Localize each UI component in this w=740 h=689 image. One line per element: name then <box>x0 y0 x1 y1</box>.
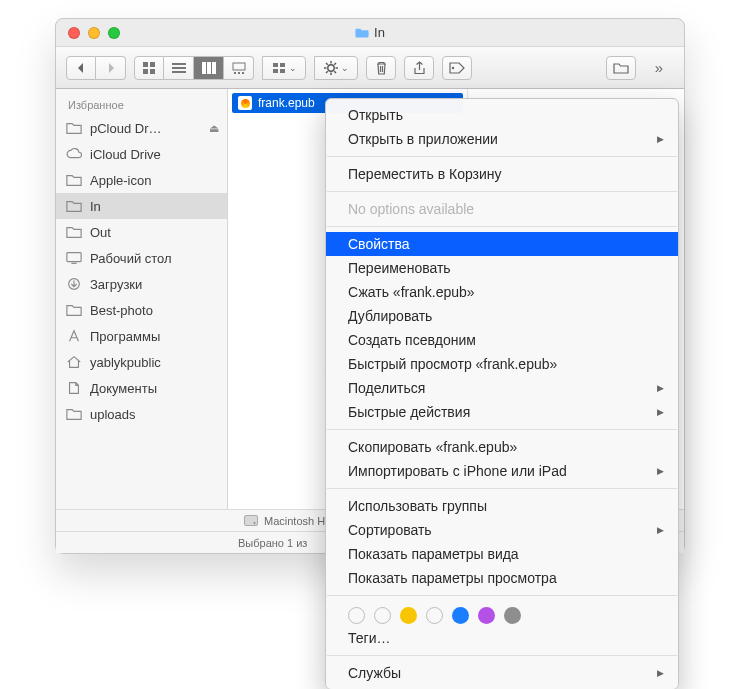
list-view-button[interactable] <box>164 56 194 80</box>
menu-item[interactable]: Сжать «frank.epub» <box>326 280 678 304</box>
menu-item[interactable]: Дублировать <box>326 304 678 328</box>
menu-separator <box>327 429 677 430</box>
menu-item[interactable]: Поделиться <box>326 376 678 400</box>
titlebar: In <box>56 19 684 47</box>
menu-separator <box>327 156 677 157</box>
forward-button[interactable] <box>96 56 126 80</box>
menu-item[interactable]: Свойства <box>326 232 678 256</box>
overflow-button[interactable]: » <box>644 56 674 80</box>
sidebar-item-label: Best-photo <box>90 303 153 318</box>
close-window-button[interactable] <box>68 27 80 39</box>
svg-rect-4 <box>172 63 186 65</box>
sidebar-item-label: In <box>90 199 101 214</box>
svg-point-27 <box>452 66 454 68</box>
sidebar-item-label: Загрузки <box>90 277 142 292</box>
sidebar-item-pcloud-dr-[interactable]: pCloud Dr…⏏ <box>56 115 227 141</box>
sidebar-item-out[interactable]: Out <box>56 219 227 245</box>
svg-rect-28 <box>67 253 81 262</box>
sidebar-item-uploads[interactable]: uploads <box>56 401 227 427</box>
tag-color-dot[interactable] <box>348 607 365 624</box>
minimize-window-button[interactable] <box>88 27 100 39</box>
svg-line-24 <box>334 71 336 73</box>
trash-button[interactable] <box>366 56 396 80</box>
menu-item[interactable]: Сортировать <box>326 518 678 542</box>
tag-color-dot[interactable] <box>504 607 521 624</box>
menu-separator <box>327 191 677 192</box>
share-button[interactable] <box>404 56 434 80</box>
tag-color-dot[interactable] <box>374 607 391 624</box>
menu-item[interactable]: Скопировать «frank.epub» <box>326 435 678 459</box>
zoom-window-button[interactable] <box>108 27 120 39</box>
sidebar-item-best-photo[interactable]: Best-photo <box>56 297 227 323</box>
sidebar-item-label: Программы <box>90 329 160 344</box>
svg-rect-14 <box>273 63 278 67</box>
back-button[interactable] <box>66 56 96 80</box>
menu-separator <box>327 226 677 227</box>
sidebar-item-yablykpublic[interactable]: yablykpublic <box>56 349 227 375</box>
svg-rect-17 <box>280 69 285 73</box>
menu-item[interactable]: Быстрые действия <box>326 400 678 424</box>
sidebar-item--[interactable]: Рабочий стол <box>56 245 227 271</box>
sidebar-item-label: uploads <box>90 407 136 422</box>
svg-rect-12 <box>238 72 240 74</box>
svg-rect-0 <box>143 62 148 67</box>
sidebar-item--[interactable]: Загрузки <box>56 271 227 297</box>
menu-item[interactable]: Быстрый просмотр «frank.epub» <box>326 352 678 376</box>
column-view-button[interactable] <box>194 56 224 80</box>
menu-item: No options available <box>326 197 678 221</box>
menu-separator <box>327 488 677 489</box>
svg-rect-15 <box>280 63 285 67</box>
new-folder-button[interactable] <box>606 56 636 80</box>
sidebar-item-apple-icon[interactable]: Apple-icon <box>56 167 227 193</box>
icon-view-button[interactable] <box>134 56 164 80</box>
sidebar-item-label: Рабочий стол <box>90 251 172 266</box>
tag-color-dot[interactable] <box>452 607 469 624</box>
sidebar-item--[interactable]: Документы <box>56 375 227 401</box>
toolbar: ⌄ ⌄ » <box>56 47 684 89</box>
menu-item[interactable]: Открыть <box>326 103 678 127</box>
menu-item-services[interactable]: Службы <box>326 661 678 685</box>
menu-separator <box>327 595 677 596</box>
tag-color-dot[interactable] <box>426 607 443 624</box>
svg-point-18 <box>327 64 333 70</box>
svg-line-23 <box>326 63 328 65</box>
context-menu: ОткрытьОткрыть в приложенииПереместить в… <box>325 98 679 689</box>
sidebar-item-icloud-drive[interactable]: iCloud Drive <box>56 141 227 167</box>
arrange-group: ⌄ <box>262 56 306 80</box>
svg-rect-5 <box>172 67 186 69</box>
sidebar: Избранное pCloud Dr…⏏iCloud DriveApple-i… <box>56 89 228 509</box>
file-name: frank.epub <box>258 96 315 110</box>
sidebar-item-in[interactable]: In <box>56 193 227 219</box>
svg-rect-3 <box>150 69 155 74</box>
menu-separator <box>327 655 677 656</box>
gallery-view-button[interactable] <box>224 56 254 80</box>
menu-item[interactable]: Создать псевдоним <box>326 328 678 352</box>
menu-item[interactable]: Показать параметры вида <box>326 542 678 566</box>
svg-rect-10 <box>233 63 245 70</box>
menu-item[interactable]: Переименовать <box>326 256 678 280</box>
menu-item[interactable]: Импортировать с iPhone или iPad <box>326 459 678 483</box>
disk-icon <box>244 515 258 526</box>
menu-item[interactable]: Открыть в приложении <box>326 127 678 151</box>
menu-item-tags[interactable]: Теги… <box>326 626 678 650</box>
action-button[interactable]: ⌄ <box>314 56 358 80</box>
menu-item[interactable]: Показать параметры просмотра <box>326 566 678 590</box>
tags-button[interactable] <box>442 56 472 80</box>
menu-item[interactable]: Использовать группы <box>326 494 678 518</box>
folder-icon <box>355 27 369 38</box>
svg-rect-31 <box>245 516 258 526</box>
svg-point-32 <box>254 522 256 524</box>
svg-rect-11 <box>234 72 236 74</box>
tag-color-dot[interactable] <box>478 607 495 624</box>
tag-color-dot[interactable] <box>400 607 417 624</box>
status-text: Выбрано 1 из <box>238 537 307 549</box>
arrange-button[interactable]: ⌄ <box>262 56 306 80</box>
menu-item[interactable]: Переместить в Корзину <box>326 162 678 186</box>
sidebar-item-label: iCloud Drive <box>90 147 161 162</box>
nav-buttons <box>66 56 126 80</box>
sidebar-item-label: pCloud Dr… <box>90 121 162 136</box>
sidebar-item--[interactable]: Программы <box>56 323 227 349</box>
eject-icon[interactable]: ⏏ <box>209 122 219 135</box>
sidebar-item-label: Out <box>90 225 111 240</box>
svg-line-26 <box>334 63 336 65</box>
